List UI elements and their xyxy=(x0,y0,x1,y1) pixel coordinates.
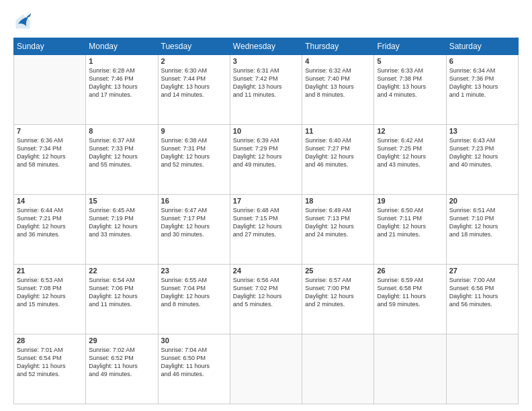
day-info: Sunrise: 6:31 AM Sunset: 7:42 PM Dayligh… xyxy=(233,66,299,99)
day-number: 23 xyxy=(161,267,227,275)
day-info: Sunrise: 7:02 AM Sunset: 6:52 PM Dayligh… xyxy=(89,346,154,379)
day-info: Sunrise: 6:56 AM Sunset: 7:02 PM Dayligh… xyxy=(233,276,299,309)
calendar-cell: 28Sunrise: 7:01 AM Sunset: 6:54 PM Dayli… xyxy=(14,334,86,404)
calendar-cell: 9Sunrise: 6:38 AM Sunset: 7:31 PM Daylig… xyxy=(158,125,230,195)
calendar-cell xyxy=(14,55,86,125)
calendar-week-1: 1Sunrise: 6:28 AM Sunset: 7:46 PM Daylig… xyxy=(14,55,519,125)
day-info: Sunrise: 6:51 AM Sunset: 7:10 PM Dayligh… xyxy=(449,206,515,239)
calendar-cell xyxy=(302,334,374,404)
weekday-header-thursday: Thursday xyxy=(302,38,374,55)
day-info: Sunrise: 6:48 AM Sunset: 7:15 PM Dayligh… xyxy=(233,206,299,239)
day-info: Sunrise: 6:45 AM Sunset: 7:19 PM Dayligh… xyxy=(89,206,154,239)
calendar-cell: 18Sunrise: 6:49 AM Sunset: 7:13 PM Dayli… xyxy=(302,195,374,265)
calendar-cell: 27Sunrise: 7:00 AM Sunset: 6:56 PM Dayli… xyxy=(446,265,518,334)
day-number: 2 xyxy=(161,57,227,65)
day-info: Sunrise: 6:28 AM Sunset: 7:46 PM Dayligh… xyxy=(89,66,154,99)
calendar-week-4: 21Sunrise: 6:53 AM Sunset: 7:08 PM Dayli… xyxy=(14,265,519,334)
day-number: 6 xyxy=(449,57,515,65)
day-number: 28 xyxy=(17,336,83,345)
day-number: 9 xyxy=(161,127,227,135)
day-number: 30 xyxy=(161,336,227,345)
calendar-cell: 23Sunrise: 6:55 AM Sunset: 7:04 PM Dayli… xyxy=(158,265,230,334)
day-number: 20 xyxy=(449,197,515,205)
day-number: 25 xyxy=(305,267,371,275)
day-info: Sunrise: 7:01 AM Sunset: 6:54 PM Dayligh… xyxy=(17,346,83,379)
day-number: 21 xyxy=(17,267,83,275)
calendar-cell: 2Sunrise: 6:30 AM Sunset: 7:44 PM Daylig… xyxy=(158,55,230,125)
day-number: 8 xyxy=(89,127,154,135)
calendar-cell: 26Sunrise: 6:59 AM Sunset: 6:58 PM Dayli… xyxy=(374,265,446,334)
calendar-cell: 6Sunrise: 6:34 AM Sunset: 7:36 PM Daylig… xyxy=(446,55,518,125)
calendar-week-2: 7Sunrise: 6:36 AM Sunset: 7:34 PM Daylig… xyxy=(14,125,519,195)
calendar-cell: 24Sunrise: 6:56 AM Sunset: 7:02 PM Dayli… xyxy=(230,265,302,334)
day-info: Sunrise: 6:50 AM Sunset: 7:11 PM Dayligh… xyxy=(377,206,443,239)
day-info: Sunrise: 6:38 AM Sunset: 7:31 PM Dayligh… xyxy=(161,136,227,169)
day-info: Sunrise: 6:53 AM Sunset: 7:08 PM Dayligh… xyxy=(17,276,83,309)
calendar-cell xyxy=(446,334,518,404)
day-number: 19 xyxy=(377,197,443,205)
day-info: Sunrise: 6:54 AM Sunset: 7:06 PM Dayligh… xyxy=(89,276,154,309)
day-number: 5 xyxy=(377,57,443,65)
logo xyxy=(13,12,35,31)
logo-icon xyxy=(13,12,32,31)
day-info: Sunrise: 6:42 AM Sunset: 7:25 PM Dayligh… xyxy=(377,136,443,169)
calendar-cell: 12Sunrise: 6:42 AM Sunset: 7:25 PM Dayli… xyxy=(374,125,446,195)
day-info: Sunrise: 6:57 AM Sunset: 7:00 PM Dayligh… xyxy=(305,276,371,309)
calendar-cell: 4Sunrise: 6:32 AM Sunset: 7:40 PM Daylig… xyxy=(302,55,374,125)
weekday-header-saturday: Saturday xyxy=(446,38,518,55)
weekday-header-tuesday: Tuesday xyxy=(158,38,230,55)
day-number: 12 xyxy=(377,127,443,135)
day-number: 17 xyxy=(233,197,299,205)
calendar-cell: 11Sunrise: 6:40 AM Sunset: 7:27 PM Dayli… xyxy=(302,125,374,195)
day-info: Sunrise: 6:37 AM Sunset: 7:33 PM Dayligh… xyxy=(89,136,154,169)
day-info: Sunrise: 6:39 AM Sunset: 7:29 PM Dayligh… xyxy=(233,136,299,169)
calendar-cell: 1Sunrise: 6:28 AM Sunset: 7:46 PM Daylig… xyxy=(86,55,158,125)
day-info: Sunrise: 6:32 AM Sunset: 7:40 PM Dayligh… xyxy=(305,66,371,99)
calendar-cell: 15Sunrise: 6:45 AM Sunset: 7:19 PM Dayli… xyxy=(86,195,158,265)
day-number: 27 xyxy=(449,267,515,275)
day-info: Sunrise: 7:04 AM Sunset: 6:50 PM Dayligh… xyxy=(161,346,227,379)
day-number: 15 xyxy=(89,197,154,205)
day-info: Sunrise: 6:43 AM Sunset: 7:23 PM Dayligh… xyxy=(449,136,515,169)
day-info: Sunrise: 6:33 AM Sunset: 7:38 PM Dayligh… xyxy=(377,66,443,99)
day-number: 18 xyxy=(305,197,371,205)
calendar-cell: 16Sunrise: 6:47 AM Sunset: 7:17 PM Dayli… xyxy=(158,195,230,265)
day-number: 11 xyxy=(305,127,371,135)
day-info: Sunrise: 6:36 AM Sunset: 7:34 PM Dayligh… xyxy=(17,136,83,169)
weekday-header-monday: Monday xyxy=(86,38,158,55)
day-number: 16 xyxy=(161,197,227,205)
calendar-cell: 14Sunrise: 6:44 AM Sunset: 7:21 PM Dayli… xyxy=(14,195,86,265)
day-number: 22 xyxy=(89,267,154,275)
calendar-cell: 30Sunrise: 7:04 AM Sunset: 6:50 PM Dayli… xyxy=(158,334,230,404)
calendar-cell: 25Sunrise: 6:57 AM Sunset: 7:00 PM Dayli… xyxy=(302,265,374,334)
day-number: 7 xyxy=(17,127,83,135)
calendar-cell: 5Sunrise: 6:33 AM Sunset: 7:38 PM Daylig… xyxy=(374,55,446,125)
weekday-header-friday: Friday xyxy=(374,38,446,55)
day-info: Sunrise: 6:34 AM Sunset: 7:36 PM Dayligh… xyxy=(449,66,515,99)
day-number: 14 xyxy=(17,197,83,205)
weekday-header-wednesday: Wednesday xyxy=(230,38,302,55)
calendar-cell: 19Sunrise: 6:50 AM Sunset: 7:11 PM Dayli… xyxy=(374,195,446,265)
calendar-cell: 17Sunrise: 6:48 AM Sunset: 7:15 PM Dayli… xyxy=(230,195,302,265)
calendar-cell: 7Sunrise: 6:36 AM Sunset: 7:34 PM Daylig… xyxy=(14,125,86,195)
calendar-cell xyxy=(230,334,302,404)
day-number: 24 xyxy=(233,267,299,275)
page: SundayMondayTuesdayWednesdayThursdayFrid… xyxy=(0,0,532,411)
day-info: Sunrise: 6:59 AM Sunset: 6:58 PM Dayligh… xyxy=(377,276,443,309)
calendar-header-row: SundayMondayTuesdayWednesdayThursdayFrid… xyxy=(14,38,519,55)
day-info: Sunrise: 6:44 AM Sunset: 7:21 PM Dayligh… xyxy=(17,206,83,239)
day-info: Sunrise: 6:40 AM Sunset: 7:27 PM Dayligh… xyxy=(305,136,371,169)
day-number: 3 xyxy=(233,57,299,65)
calendar-cell xyxy=(374,334,446,404)
day-number: 1 xyxy=(89,57,154,65)
calendar-cell: 10Sunrise: 6:39 AM Sunset: 7:29 PM Dayli… xyxy=(230,125,302,195)
day-info: Sunrise: 6:55 AM Sunset: 7:04 PM Dayligh… xyxy=(161,276,227,309)
day-info: Sunrise: 6:49 AM Sunset: 7:13 PM Dayligh… xyxy=(305,206,371,239)
calendar-cell: 20Sunrise: 6:51 AM Sunset: 7:10 PM Dayli… xyxy=(446,195,518,265)
weekday-header-sunday: Sunday xyxy=(14,38,86,55)
day-number: 29 xyxy=(89,336,154,345)
calendar-cell: 8Sunrise: 6:37 AM Sunset: 7:33 PM Daylig… xyxy=(86,125,158,195)
calendar-cell: 22Sunrise: 6:54 AM Sunset: 7:06 PM Dayli… xyxy=(86,265,158,334)
day-info: Sunrise: 6:47 AM Sunset: 7:17 PM Dayligh… xyxy=(161,206,227,239)
header xyxy=(13,12,519,31)
